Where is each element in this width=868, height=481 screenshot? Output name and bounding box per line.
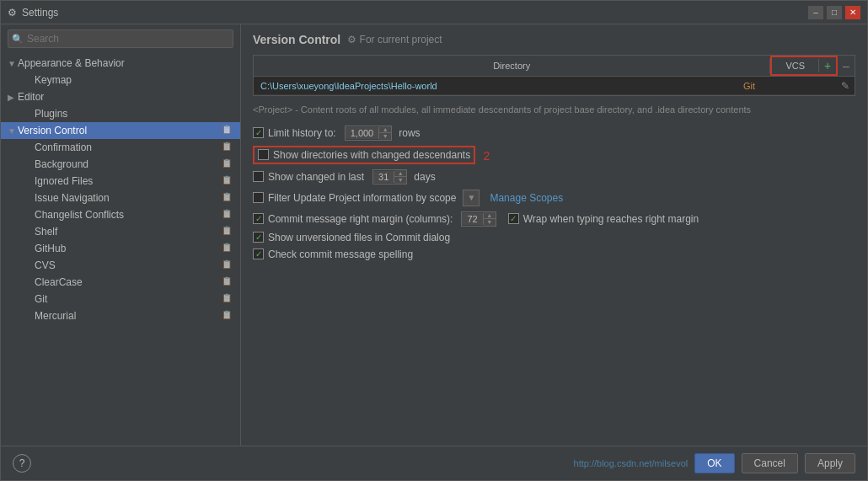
limit-history-label: Limit history to:	[268, 127, 336, 139]
check-spelling-checkbox-wrap[interactable]: Check commit message spelling	[253, 249, 413, 260]
copy-icon: 📋	[222, 142, 233, 153]
sidebar-item-git[interactable]: Git 📋	[1, 291, 240, 307]
show-dirs-checkbox-wrap[interactable]: Show directories with changed descendant…	[258, 149, 470, 161]
sidebar-item-plugins[interactable]: Plugins	[1, 105, 240, 122]
table-row: C:\Users\xueyong\IdeaProjects\Hello-worl…	[254, 77, 855, 95]
sidebar-item-label: Ignored Files	[35, 175, 222, 187]
panel-subtitle: ⚙ For current project	[347, 34, 442, 45]
sidebar-item-changelist-conflicts[interactable]: Changelist Conflicts 📋	[1, 206, 240, 223]
sidebar-item-label: Plugins	[35, 108, 233, 120]
settings-window: ⚙ Settings – □ ✕ 🔍 ▼ Appearance & Behavi…	[0, 0, 868, 481]
show-unversioned-label: Show unversioned files in Commit dialog	[268, 232, 450, 243]
sidebar-item-ignored-files[interactable]: Ignored Files 📋	[1, 173, 240, 190]
main-content: 🔍 ▼ Appearance & Behavior Keymap ▶ Edito	[1, 24, 867, 446]
directory-cell: C:\Users\xueyong\IdeaProjects\Hello-worl…	[254, 79, 737, 93]
wrap-typing-checkbox-wrap[interactable]: Wrap when typing reaches right margin	[508, 213, 699, 225]
commit-margin-label: Commit message right margin (columns):	[268, 213, 453, 225]
sidebar-item-cvs[interactable]: CVS 📋	[1, 257, 240, 274]
remove-vcs-button[interactable]: –	[838, 57, 855, 74]
scope-dropdown-button[interactable]: ▼	[463, 190, 480, 206]
sidebar-item-label: Confirmation	[35, 142, 222, 153]
sidebar-item-label: Appearance & Behavior	[18, 57, 233, 69]
sidebar-item-editor[interactable]: ▶ Editor	[1, 88, 240, 105]
limit-history-checkbox[interactable]	[253, 127, 264, 138]
spinner-arrows: ▲ ▼	[394, 170, 406, 184]
spinner-arrows: ▲ ▼	[484, 212, 496, 226]
sidebar-item-keymap[interactable]: Keymap	[1, 72, 240, 88]
spin-down-button[interactable]: ▼	[394, 177, 406, 184]
add-vcs-button[interactable]: +	[819, 57, 836, 74]
sidebar-item-mercurial[interactable]: Mercurial 📋	[1, 307, 240, 324]
show-changed-spinner: 31 ▲ ▼	[372, 169, 407, 184]
copy-icon: 📋	[222, 226, 233, 238]
edit-row-icon[interactable]: ✎	[838, 78, 855, 94]
sidebar-item-shelf[interactable]: Shelf 📋	[1, 223, 240, 240]
option-filter-update: Filter Update Project information by sco…	[253, 190, 855, 206]
search-icon: 🔍	[12, 34, 24, 45]
bottom-right: http://blog.csdn.net/milsevol OK Cancel …	[574, 453, 855, 473]
apply-button[interactable]: Apply	[805, 453, 855, 473]
wrap-typing-checkbox[interactable]	[508, 213, 519, 224]
expand-arrow: ▶	[8, 93, 18, 102]
sidebar-tree: ▼ Appearance & Behavior Keymap ▶ Editor …	[1, 53, 240, 446]
search-input[interactable]	[8, 29, 233, 48]
project-info: <Project> - Content roots of all modules…	[253, 103, 855, 117]
show-dirs-label: Show directories with changed descendant…	[273, 149, 470, 161]
show-changed-label: Show changed in last	[268, 171, 364, 183]
column-directory-header: Directory	[254, 58, 770, 73]
spin-up-button[interactable]: ▲	[394, 170, 406, 177]
commit-margin-checkbox[interactable]	[253, 213, 264, 224]
spin-up-button[interactable]: ▲	[379, 126, 391, 133]
table-header: Directory VCS + –	[254, 56, 855, 77]
sidebar-item-confirmation[interactable]: Confirmation 📋	[1, 139, 240, 156]
show-unversioned-checkbox[interactable]	[253, 232, 264, 243]
sidebar-item-label: Version Control	[18, 125, 222, 136]
show-dirs-checkbox[interactable]	[258, 149, 269, 160]
sidebar-item-github[interactable]: GitHub 📋	[1, 240, 240, 257]
watermark-text: http://blog.csdn.net/milsevol	[574, 458, 689, 468]
sidebar-item-label: ClearCase	[35, 276, 222, 288]
sidebar-item-label: GitHub	[35, 243, 222, 254]
filter-update-checkbox[interactable]	[253, 192, 264, 203]
check-spelling-label: Check commit message spelling	[268, 249, 413, 260]
show-changed-checkbox[interactable]	[253, 171, 264, 182]
options-area: Limit history to: 1,000 ▲ ▼ rows	[253, 126, 855, 438]
main-panel: Version Control ⚙ For current project Di…	[241, 24, 867, 446]
spin-down-button[interactable]: ▼	[379, 133, 391, 140]
sidebar-item-clearcase[interactable]: ClearCase 📋	[1, 274, 240, 291]
manage-scopes-link[interactable]: Manage Scopes	[490, 192, 563, 204]
show-unversioned-checkbox-wrap[interactable]: Show unversioned files in Commit dialog	[253, 232, 450, 243]
show-changed-checkbox-wrap[interactable]: Show changed in last	[253, 171, 364, 183]
commit-margin-spinner: 72 ▲ ▼	[461, 211, 496, 227]
maximize-button[interactable]: □	[827, 6, 842, 19]
cancel-button[interactable]: Cancel	[742, 453, 798, 473]
panel-title: Version Control	[253, 33, 340, 46]
check-spelling-checkbox[interactable]	[253, 249, 264, 259]
copy-icon: 📋	[222, 158, 233, 170]
filter-update-checkbox-wrap[interactable]: Filter Update Project information by sco…	[253, 192, 456, 204]
copy-icon: 📋	[222, 125, 233, 136]
column-vcs-header: VCS + –	[770, 56, 855, 76]
spin-down-button[interactable]: ▼	[484, 219, 496, 226]
sidebar-item-appearance[interactable]: ▼ Appearance & Behavior	[1, 55, 240, 72]
sidebar-item-label: Background	[35, 158, 222, 170]
spin-up-button[interactable]: ▲	[484, 212, 496, 219]
ok-button[interactable]: OK	[694, 453, 734, 473]
close-button[interactable]: ✕	[845, 6, 860, 19]
help-button[interactable]: ?	[13, 454, 31, 473]
sidebar-item-version-control[interactable]: ▼ Version Control 📋	[1, 122, 240, 139]
sidebar-item-background[interactable]: Background 📋	[1, 156, 240, 173]
minimize-button[interactable]: –	[808, 6, 823, 19]
sidebar-item-issue-navigation[interactable]: Issue Navigation 📋	[1, 190, 240, 206]
sidebar-item-label: Git	[35, 293, 222, 305]
sidebar-item-label: Editor	[18, 91, 233, 103]
show-changed-value: 31	[373, 171, 394, 183]
commit-margin-checkbox-wrap[interactable]: Commit message right margin (columns):	[253, 213, 453, 225]
copy-icon: 📋	[222, 293, 233, 305]
copy-icon: 📋	[222, 209, 233, 221]
limit-history-checkbox-wrap[interactable]: Limit history to:	[253, 127, 336, 139]
wrap-typing-label: Wrap when typing reaches right margin	[523, 213, 699, 225]
annotation-number: 2	[483, 149, 490, 163]
title-bar-controls: – □ ✕	[808, 6, 860, 19]
window-title: Settings	[22, 7, 58, 19]
